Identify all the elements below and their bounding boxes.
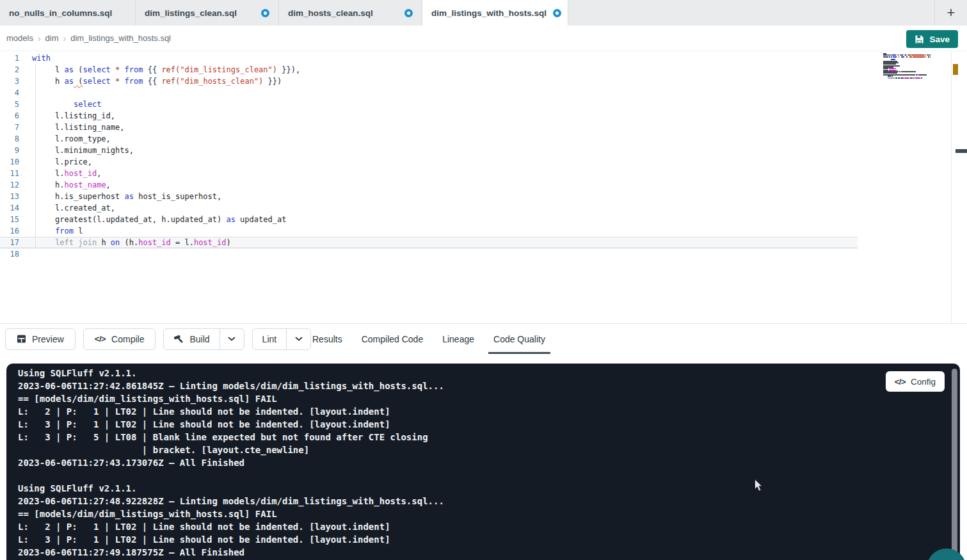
line-number: 13: [0, 191, 19, 202]
lint-label: Lint: [262, 334, 277, 344]
code-editor[interactable]: 1with2 l as (select * from {{ ref("dim_l…: [0, 51, 967, 323]
code-line-text: l.room_type,: [19, 133, 111, 145]
editor-minimap[interactable]: [883, 53, 931, 80]
tab-lineage[interactable]: Lineage: [442, 324, 474, 354]
chevron-down-icon: [295, 337, 303, 342]
modified-dot-icon: [261, 9, 269, 17]
breadcrumb-item-file: dim_listings_with_hosts.sql: [70, 33, 171, 43]
save-button[interactable]: Save: [906, 30, 958, 48]
code-icon: </>: [895, 377, 906, 387]
code-line-11[interactable]: 11 l.host_id,: [0, 168, 967, 179]
tab-code-quality[interactable]: Code Quality: [493, 324, 545, 354]
code-line-text: l as (select * from {{ ref("dim_listings…: [19, 64, 300, 76]
line-number: 7: [0, 122, 19, 133]
config-label: Config: [911, 377, 936, 387]
code-line-text: l.listing_id,: [19, 110, 115, 122]
preview-button[interactable]: Preview: [5, 328, 76, 350]
code-line-10[interactable]: 10 l.price,: [0, 156, 967, 168]
config-button[interactable]: </> Config: [886, 371, 945, 392]
floppy-icon: [915, 35, 924, 44]
code-line-text: h.is_superhost as host_is_superhost,: [19, 191, 221, 202]
build-dropdown-button[interactable]: [220, 329, 244, 349]
compile-button[interactable]: </> Compile: [83, 328, 156, 350]
code-line-14[interactable]: 14 l.created_at,: [0, 202, 967, 214]
code-line-text: l.minimum_nights,: [19, 145, 134, 156]
line-number: 1: [0, 52, 19, 64]
terminal-output: Using SQLFluff v2.1.1.2023-06-06T11:27:4…: [18, 367, 960, 559]
code-line-text: l.price,: [19, 156, 92, 168]
code-line-9[interactable]: 9 l.minimum_nights,: [0, 145, 967, 156]
breadcrumb-bar: models › dim › dim_listings_with_hosts.s…: [0, 26, 967, 51]
line-number: 16: [0, 225, 19, 237]
overview-ruler: [951, 51, 952, 323]
chevron-right-icon: ›: [38, 33, 41, 44]
code-line-text: with: [19, 52, 51, 64]
code-line-16[interactable]: 16 from l: [0, 225, 967, 237]
build-button[interactable]: Build: [164, 329, 219, 349]
tab-label: dim_listings_clean.sql: [145, 8, 237, 18]
line-number: 2: [0, 64, 19, 76]
overview-ruler-warning-marker: [953, 64, 958, 75]
line-number: 6: [0, 110, 19, 122]
overview-ruler-cursor-marker: [955, 149, 967, 153]
code-line-6[interactable]: 6 l.listing_id,: [0, 110, 967, 122]
hammer-icon: [173, 334, 184, 344]
code-line-text: l.created_at,: [19, 202, 115, 214]
tab-results-label: Results: [312, 334, 342, 344]
indent-guide: [35, 64, 36, 248]
code-line-3[interactable]: 3 h as (select * from {{ ref("dim_hosts_…: [0, 76, 967, 87]
tab-results[interactable]: Results: [312, 324, 342, 354]
lint-output-terminal[interactable]: Using SQLFluff v2.1.1.2023-06-06T11:27:4…: [6, 364, 960, 560]
preview-label: Preview: [32, 334, 64, 344]
table-grid-icon: [17, 334, 26, 344]
line-number: 4: [0, 87, 19, 99]
code-line-4[interactable]: 4: [0, 87, 967, 99]
code-line-18[interactable]: 18: [0, 248, 967, 260]
code-line-text: h.host_name,: [19, 179, 111, 191]
lint-dropdown-button[interactable]: [286, 329, 310, 349]
tab-dim-hosts-clean[interactable]: dim_hosts_clean.sql: [279, 0, 422, 26]
breadcrumb-item-models: models: [6, 33, 33, 43]
build-label: Build: [189, 334, 209, 344]
breadcrumb: models › dim › dim_listings_with_hosts.s…: [6, 33, 171, 44]
tab-label: no_nulls_in_columns.sql: [9, 8, 112, 18]
line-number: 18: [0, 248, 19, 260]
code-line-1[interactable]: 1with: [0, 52, 967, 64]
terminal-scrollbar[interactable]: [952, 369, 957, 557]
lint-button-group: Lint: [252, 328, 312, 350]
line-number: 5: [0, 99, 19, 110]
panel-tabs: Results Compiled Code Lineage Code Quali…: [312, 324, 545, 354]
code-line-15[interactable]: 15 greatest(l.updated_at, h.updated_at) …: [0, 214, 967, 225]
save-label: Save: [929, 35, 950, 44]
code-lines: 1with2 l as (select * from {{ ref("dim_l…: [0, 52, 967, 260]
code-line-7[interactable]: 7 l.listing_name,: [0, 122, 967, 133]
code-line-17[interactable]: 17 left join h on (h.host_id = l.host_id…: [0, 237, 858, 248]
code-line-8[interactable]: 8 l.room_type,: [0, 133, 967, 145]
tab-label: dim_hosts_clean.sql: [288, 8, 373, 18]
tab-dim-listings-clean[interactable]: dim_listings_clean.sql: [136, 0, 279, 26]
line-number: 12: [0, 179, 19, 191]
line-number: 10: [0, 156, 19, 168]
code-line-text: left join h on (h.host_id = l.host_id): [19, 237, 231, 248]
line-number: 15: [0, 214, 19, 225]
tab-compiled-code[interactable]: Compiled Code: [362, 324, 424, 354]
tab-code-quality-label: Code Quality: [493, 334, 545, 344]
compile-label: Compile: [111, 334, 144, 344]
code-line-13[interactable]: 13 h.is_superhost as host_is_superhost,: [0, 191, 967, 202]
code-line-12[interactable]: 12 h.host_name,: [0, 179, 967, 191]
line-number: 3: [0, 76, 19, 87]
new-tab-button[interactable]: +: [943, 6, 959, 20]
code-line-text: from l: [19, 225, 83, 237]
tab-lineage-label: Lineage: [442, 334, 474, 344]
code-line-text: [19, 248, 32, 260]
lint-button[interactable]: Lint: [253, 329, 287, 349]
code-line-5[interactable]: 5 select: [0, 99, 967, 110]
file-tab-bar: no_nulls_in_columns.sql dim_listings_cle…: [0, 0, 967, 26]
tab-no-nulls-in-columns[interactable]: no_nulls_in_columns.sql: [0, 0, 136, 26]
chevron-right-icon: ›: [63, 33, 67, 44]
code-line-text: h as (select * from {{ ref("dim_hosts_cl…: [19, 76, 282, 87]
line-number: 14: [0, 202, 19, 214]
code-line-2[interactable]: 2 l as (select * from {{ ref("dim_listin…: [0, 64, 967, 76]
tab-compiled-code-label: Compiled Code: [362, 334, 424, 344]
tab-dim-listings-with-hosts[interactable]: dim_listings_with_hosts.sql: [422, 0, 568, 26]
